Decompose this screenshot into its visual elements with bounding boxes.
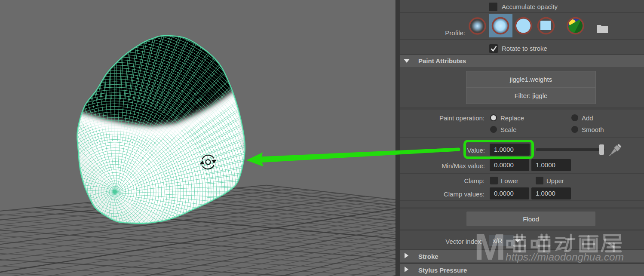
svg-text:https://miaodonghua.com: https://miaodonghua.com xyxy=(506,251,624,263)
svg-text:M: M xyxy=(474,225,506,268)
